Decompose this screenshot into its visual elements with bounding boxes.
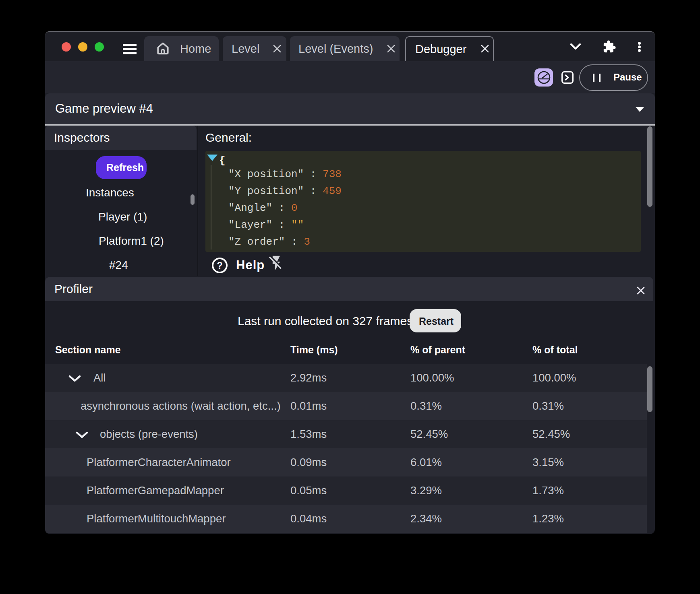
svg-text:?: ? <box>217 260 223 271</box>
